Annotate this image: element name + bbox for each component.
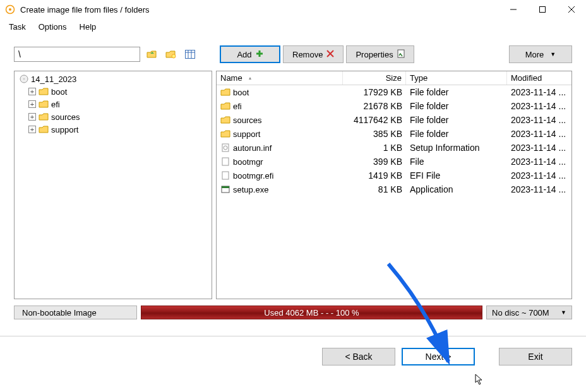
svg-rect-3 xyxy=(540,7,546,13)
expander-icon[interactable]: + xyxy=(28,100,36,108)
file-size: 1 KB xyxy=(343,143,406,153)
expander-icon[interactable]: + xyxy=(28,126,36,133)
file-name: setup.exe xyxy=(233,185,268,194)
list-row[interactable]: setup.exe 81 KB Application 2023-11-14 .… xyxy=(217,182,571,196)
tree-node[interactable]: +support xyxy=(15,123,212,136)
remove-button[interactable]: Remove xyxy=(283,45,344,63)
col-header-modified[interactable]: Modified xyxy=(507,71,571,85)
col-header-name[interactable]: Name ▴ xyxy=(217,71,343,85)
col-header-type[interactable]: Type xyxy=(406,71,507,85)
titlebar: Create image file from files / folders xyxy=(0,0,586,19)
properties-button[interactable]: Properties xyxy=(346,45,414,63)
file-type: EFI File xyxy=(406,170,507,181)
list-row[interactable]: boot 17929 KB File folder 2023-11-14 ... xyxy=(217,85,571,99)
minimize-button[interactable] xyxy=(499,0,528,19)
svg-rect-21 xyxy=(222,172,229,179)
window-title: Create image file from files / folders xyxy=(20,5,499,15)
list-row[interactable]: support 385 KB File folder 2023-11-14 ..… xyxy=(217,127,571,141)
up-folder-button[interactable] xyxy=(145,47,159,61)
status-label: Non-bootable Image xyxy=(14,306,137,319)
file-size: 385 KB xyxy=(343,129,406,139)
menu-help[interactable]: Help xyxy=(73,21,103,33)
list-row[interactable]: autorun.inf 1 KB Setup Information 2023-… xyxy=(217,141,571,155)
file-modified: 2023-11-14 ... xyxy=(507,184,571,194)
svg-point-1 xyxy=(9,8,11,11)
file-modified: 2023-11-14 ... xyxy=(507,129,571,139)
usage-bar: Used 4062 MB - - - 100 % xyxy=(141,306,482,319)
folder-icon xyxy=(220,88,230,97)
menu-task[interactable]: Task xyxy=(3,21,32,33)
file-size: 399 KB xyxy=(343,157,406,167)
status-row: Non-bootable Image Used 4062 MB - - - 10… xyxy=(14,306,572,319)
svg-rect-15 xyxy=(398,50,404,57)
tree-node[interactable]: +sources xyxy=(15,110,212,123)
file-name: efi xyxy=(233,102,242,111)
file-type: File folder xyxy=(406,87,507,97)
folder-icon xyxy=(220,116,230,124)
next-button[interactable]: Next > xyxy=(402,348,475,365)
file-type: Application xyxy=(406,184,507,194)
disc-size-select[interactable]: No disc ~ 700M ▼ xyxy=(486,306,572,319)
delete-x-icon xyxy=(326,50,334,59)
disc-size-value: No disc ~ 700M xyxy=(492,308,549,318)
file-modified: 2023-11-14 ... xyxy=(507,101,571,111)
file-type: File folder xyxy=(406,115,507,125)
tree-node-label: sources xyxy=(51,112,80,122)
file-icon xyxy=(220,157,230,166)
file-modified: 2023-11-14 ... xyxy=(507,115,571,125)
tree-panel[interactable]: 14_11_2023 +boot+efi+sources+support xyxy=(14,71,212,299)
new-folder-button[interactable] xyxy=(164,47,178,61)
file-modified: 2023-11-14 ... xyxy=(507,87,571,97)
svg-rect-20 xyxy=(222,158,229,165)
svg-rect-23 xyxy=(222,186,229,188)
menubar: Task Options Help xyxy=(0,19,586,34)
folder-icon xyxy=(39,100,49,109)
more-button[interactable]: More ▼ xyxy=(509,45,572,63)
file-name: support xyxy=(233,129,260,139)
back-button[interactable]: < Back xyxy=(322,348,395,365)
sort-indicator-icon: ▴ xyxy=(249,75,251,81)
expander-icon[interactable]: + xyxy=(28,88,36,95)
list-row[interactable]: sources 4117642 KB File folder 2023-11-1… xyxy=(217,113,571,127)
close-button[interactable] xyxy=(557,0,586,19)
file-name: autorun.inf xyxy=(233,143,272,153)
file-size: 1419 KB xyxy=(343,170,406,181)
list-header: Name ▴ Size Type Modified xyxy=(217,71,571,85)
folder-icon xyxy=(220,129,230,138)
add-button[interactable]: Add xyxy=(220,45,280,63)
toolbar-row: Add Remove Properties More ▼ xyxy=(14,45,572,63)
expander-icon[interactable]: + xyxy=(28,113,36,121)
folder-icon xyxy=(39,87,49,96)
file-name: bootmgr xyxy=(233,157,263,167)
view-mode-button[interactable] xyxy=(183,47,197,61)
file-name: bootmgr.efi xyxy=(233,171,273,181)
col-header-size[interactable]: Size xyxy=(343,71,406,85)
path-input[interactable] xyxy=(14,47,140,62)
file-type: File folder xyxy=(406,101,507,111)
tree-node-label: boot xyxy=(51,87,67,97)
tree-node[interactable]: +efi xyxy=(15,98,212,110)
list-panel: Name ▴ Size Type Modified boot 17929 KB … xyxy=(216,71,572,299)
list-body[interactable]: boot 17929 KB File folder 2023-11-14 ...… xyxy=(217,85,571,299)
exit-button[interactable]: Exit xyxy=(499,348,572,365)
disc-icon xyxy=(20,74,28,83)
maximize-button[interactable] xyxy=(528,0,557,19)
properties-icon xyxy=(397,49,405,60)
footer: < Back Next > Exit xyxy=(0,336,586,365)
svg-point-17 xyxy=(23,78,25,80)
tree-node[interactable]: +boot xyxy=(15,85,212,98)
chevron-down-icon: ▼ xyxy=(561,309,566,316)
file-size: 21678 KB xyxy=(343,101,406,111)
file-name: boot xyxy=(233,88,249,97)
list-row[interactable]: bootmgr.efi 1419 KB EFI File 2023-11-14 … xyxy=(217,169,571,182)
file-type: File folder xyxy=(406,129,507,139)
menu-options[interactable]: Options xyxy=(32,21,73,33)
file-modified: 2023-11-14 ... xyxy=(507,170,571,181)
tree-node-label: support xyxy=(51,125,78,134)
tree-root[interactable]: 14_11_2023 xyxy=(15,73,212,85)
list-row[interactable]: bootmgr 399 KB File 2023-11-14 ... xyxy=(217,155,571,169)
more-button-label: More xyxy=(525,50,544,59)
exe-icon xyxy=(220,185,230,194)
list-row[interactable]: efi 21678 KB File folder 2023-11-14 ... xyxy=(217,99,571,113)
cursor-icon xyxy=(475,374,485,386)
